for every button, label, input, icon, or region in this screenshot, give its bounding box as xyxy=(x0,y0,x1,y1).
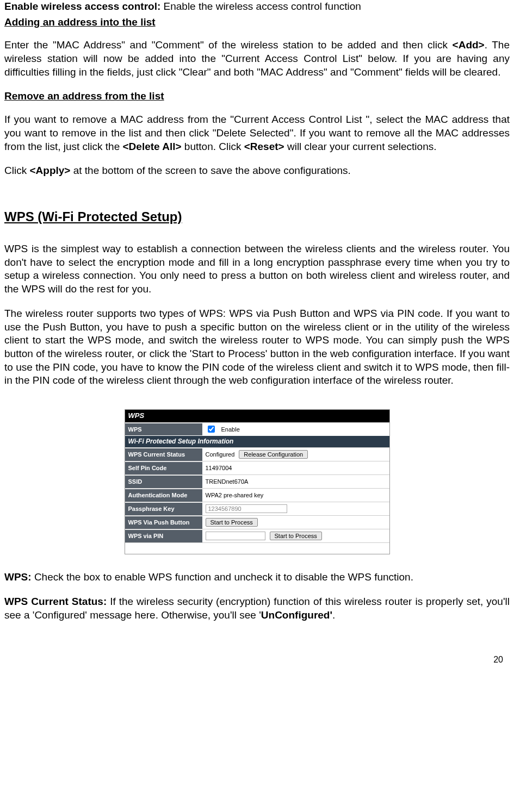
adding-title: Adding an address into the list xyxy=(4,16,510,29)
shot-pin-label: Self Pin Code xyxy=(125,462,202,474)
remove-title: Remove an address from the list xyxy=(4,90,510,103)
enable-line: Enable wireless access control: Enable t… xyxy=(4,0,510,14)
reset-ref: <Reset> xyxy=(244,141,284,152)
shot-status-value: Configured xyxy=(206,451,235,458)
shot-wps-label: WPS xyxy=(125,423,202,435)
shot-pinvia-label: WPS via PIN xyxy=(125,530,202,542)
remove-paragraph: If you want to remove a MAC address from… xyxy=(4,113,510,153)
apply-button-ref: <Apply> xyxy=(29,165,70,176)
pin-input[interactable] xyxy=(206,532,265,540)
page-number: 20 xyxy=(0,633,514,671)
status-unconf: UnConfigured' xyxy=(261,609,332,621)
passphrase-input[interactable] xyxy=(206,504,287,513)
enable-label: Enable wireless access control: xyxy=(4,1,160,12)
wps-desc-text: Check the box to enable WPS function and… xyxy=(32,571,413,583)
adding-paragraph: Enter the "MAC Address" and "Comment" of… xyxy=(4,39,510,79)
shot-push-label: WPS Via Push Button xyxy=(125,516,202,528)
wps-title: WPS (Wi-Fi Protected Setup) xyxy=(4,208,510,225)
wps-p1: WPS is the simplest way to establish a c… xyxy=(4,242,510,296)
shot-title: WPS xyxy=(125,410,389,422)
delete-all-ref: <Delete All> xyxy=(123,141,182,152)
shot-pass-label: Passphrase Key xyxy=(125,503,202,515)
wps-desc: WPS: Check the box to enable WPS functio… xyxy=(4,571,510,584)
status-desc: WPS Current Status: If the wireless secu… xyxy=(4,595,510,622)
shot-auth-value: WPA2 pre-shared key xyxy=(206,491,264,499)
adding-p1a: Enter the "MAC Address" and "Comment" of… xyxy=(4,39,453,51)
enable-checkbox-label: Enable xyxy=(221,426,240,433)
apply-b: at the bottom of the screen to save the … xyxy=(70,165,350,176)
remove-p1c: will clear your current selections. xyxy=(284,141,437,152)
shot-ssid-label: SSID xyxy=(125,476,202,488)
shot-status-label: WPS Current Status xyxy=(125,448,202,460)
status-desc-b: . xyxy=(332,609,335,621)
push-start-button[interactable]: Start to Process xyxy=(206,518,258,527)
shot-ssid-value: TRENDnet670A xyxy=(206,478,249,485)
wps-desc-label: WPS: xyxy=(4,571,32,583)
wps-screenshot: WPS WPS Enable Wi-Fi Protected Setup Inf… xyxy=(125,409,390,554)
remove-p1b: button. Click xyxy=(182,141,244,152)
release-config-button[interactable]: Release Configuration xyxy=(239,450,308,459)
shot-pin-value: 11497004 xyxy=(206,464,232,472)
apply-paragraph: Click <Apply> at the bottom of the scree… xyxy=(4,164,510,178)
enable-text: Enable the wireless access control funct… xyxy=(160,1,361,12)
shot-spacer xyxy=(125,542,389,554)
add-button-ref: <Add> xyxy=(453,39,485,51)
pin-start-button[interactable]: Start to Process xyxy=(270,532,322,540)
shot-auth-label: Authentication Mode xyxy=(125,489,202,501)
status-desc-label: WPS Current Status: xyxy=(4,596,107,607)
wps-p2: The wireless router supports two types o… xyxy=(4,307,510,388)
enable-checkbox[interactable] xyxy=(208,426,215,433)
apply-a: Click xyxy=(4,165,29,176)
shot-info-header: Wi-Fi Protected Setup Information xyxy=(125,436,389,448)
